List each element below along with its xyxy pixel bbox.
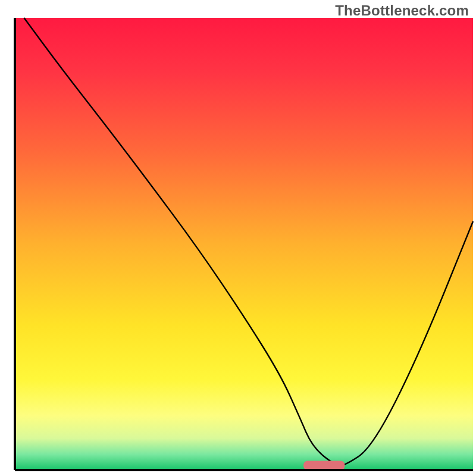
plot-background — [15, 18, 473, 470]
chart-svg — [0, 0, 476, 476]
watermark-text: TheBottleneck.com — [335, 2, 469, 19]
